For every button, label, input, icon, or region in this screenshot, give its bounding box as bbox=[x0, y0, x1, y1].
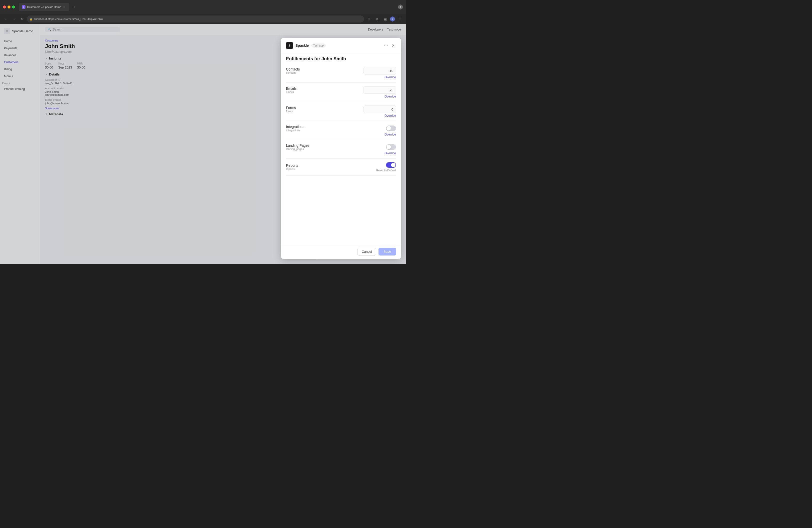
emails-name: Emails bbox=[286, 87, 296, 90]
landing-pages-name: Landing Pages bbox=[286, 144, 309, 147]
tab-close-button[interactable]: ✕ bbox=[63, 5, 66, 9]
integrations-key: integrations bbox=[286, 129, 304, 132]
profile-icon: ▼ bbox=[398, 4, 403, 10]
panel-more-button[interactable]: ⋯ bbox=[384, 43, 388, 48]
entitlement-reports-info: Reports reports bbox=[286, 163, 298, 171]
panel-app-badge: Test app bbox=[311, 44, 326, 47]
forms-name: Forms bbox=[286, 106, 296, 110]
tab-favicon: S bbox=[22, 5, 26, 9]
forms-override[interactable]: Override bbox=[286, 114, 396, 117]
entitlement-contacts: Contacts contacts Override bbox=[286, 63, 396, 83]
emails-key: emails bbox=[286, 90, 296, 93]
integrations-override[interactable]: Override bbox=[286, 133, 396, 136]
contacts-key: contacts bbox=[286, 71, 300, 74]
minimize-button[interactable] bbox=[8, 5, 11, 9]
panel-app-icon: S bbox=[286, 42, 293, 49]
extensions-icon[interactable]: ⧉ bbox=[374, 16, 380, 22]
menu-button[interactable]: ⋮ bbox=[397, 16, 403, 22]
entitlement-emails-top: Emails emails bbox=[286, 86, 396, 94]
panel-body: Contacts contacts Override Emails emails… bbox=[281, 63, 401, 244]
panel-header-actions: ⋯ ✕ bbox=[384, 43, 396, 48]
reports-name: Reports bbox=[286, 163, 298, 167]
entitlement-contacts-top: Contacts contacts bbox=[286, 67, 396, 74]
forms-input[interactable] bbox=[363, 105, 396, 113]
browser-chrome: S Customers – Spackle Demo ✕ + ▼ bbox=[0, 0, 406, 14]
entitlement-landing-pages: Landing Pages landing_pages Override bbox=[286, 140, 396, 159]
reload-button[interactable]: ↻ bbox=[19, 16, 25, 22]
back-button[interactable]: ← bbox=[3, 16, 9, 22]
panel-header: S Spackle Test app ⋯ ✕ bbox=[281, 38, 401, 52]
entitlement-integrations-top: Integrations integrations bbox=[286, 125, 396, 132]
split-view-icon[interactable]: ▣ bbox=[382, 16, 388, 22]
tab-title: Customers – Spackle Demo bbox=[27, 5, 61, 9]
landing-pages-override[interactable]: Override bbox=[286, 151, 396, 155]
panel-close-button[interactable]: ✕ bbox=[390, 43, 396, 48]
browser-actions: ☆ ⧉ ▣ J ⋮ bbox=[366, 16, 403, 22]
entitlement-integrations: Integrations integrations Override bbox=[286, 121, 396, 140]
entitlements-panel: S Spackle Test app ⋯ ✕ Entitlements for … bbox=[281, 38, 401, 259]
profile-avatar[interactable]: J bbox=[390, 16, 395, 21]
reports-toggle-container: Reset to Default bbox=[376, 162, 396, 172]
reports-key: reports bbox=[286, 167, 298, 171]
address-text: dashboard.stripe.com/customers/cus_OcnR4… bbox=[34, 17, 103, 20]
close-button[interactable] bbox=[3, 5, 6, 9]
contacts-override[interactable]: Override bbox=[286, 75, 396, 79]
contacts-name: Contacts bbox=[286, 67, 300, 71]
entitlement-landing-pages-info: Landing Pages landing_pages bbox=[286, 144, 309, 150]
fullscreen-button[interactable] bbox=[12, 5, 15, 9]
panel-app-name: Spackle bbox=[295, 44, 309, 47]
entitlement-integrations-info: Integrations integrations bbox=[286, 125, 304, 132]
traffic-lights bbox=[3, 5, 15, 9]
reports-toggle[interactable] bbox=[386, 162, 396, 168]
integrations-name: Integrations bbox=[286, 125, 304, 129]
integrations-toggle[interactable] bbox=[386, 126, 396, 131]
cancel-button[interactable]: Cancel bbox=[358, 248, 376, 255]
panel-footer: Cancel Save bbox=[281, 244, 401, 259]
save-button[interactable]: Save bbox=[378, 248, 396, 255]
browser-nav: ← → ↻ 🔒 dashboard.stripe.com/customers/c… bbox=[0, 14, 406, 24]
contacts-input[interactable] bbox=[363, 67, 396, 74]
entitlement-emails-info: Emails emails bbox=[286, 87, 296, 93]
bookmark-icon[interactable]: ☆ bbox=[366, 16, 372, 22]
entitlement-contacts-info: Contacts contacts bbox=[286, 67, 300, 74]
landing-pages-key: landing_pages bbox=[286, 147, 309, 150]
entitlement-reports-top: Reports reports Reset to Default bbox=[286, 162, 396, 172]
emails-override[interactable]: Override bbox=[286, 95, 396, 98]
entitlement-landing-pages-top: Landing Pages landing_pages bbox=[286, 144, 396, 150]
entitlement-forms-top: Forms forms bbox=[286, 105, 396, 113]
browser-tab[interactable]: S Customers – Spackle Demo ✕ bbox=[19, 3, 69, 11]
forward-button[interactable]: → bbox=[11, 16, 17, 22]
entitlement-reports: Reports reports Reset to Default bbox=[286, 159, 396, 176]
emails-input[interactable] bbox=[363, 86, 396, 94]
entitlement-emails: Emails emails Override bbox=[286, 83, 396, 102]
landing-pages-toggle[interactable] bbox=[386, 144, 396, 150]
address-bar[interactable]: 🔒 dashboard.stripe.com/customers/cus_Ocn… bbox=[27, 15, 364, 23]
panel-title: Entitlements for John Smith bbox=[281, 52, 401, 63]
entitlement-forms: Forms forms Override bbox=[286, 102, 396, 121]
lock-icon: 🔒 bbox=[29, 18, 32, 20]
forms-key: forms bbox=[286, 110, 296, 113]
entitlement-forms-info: Forms forms bbox=[286, 106, 296, 113]
reset-default-link[interactable]: Reset to Default bbox=[376, 169, 396, 172]
new-tab-button[interactable]: + bbox=[71, 4, 77, 10]
